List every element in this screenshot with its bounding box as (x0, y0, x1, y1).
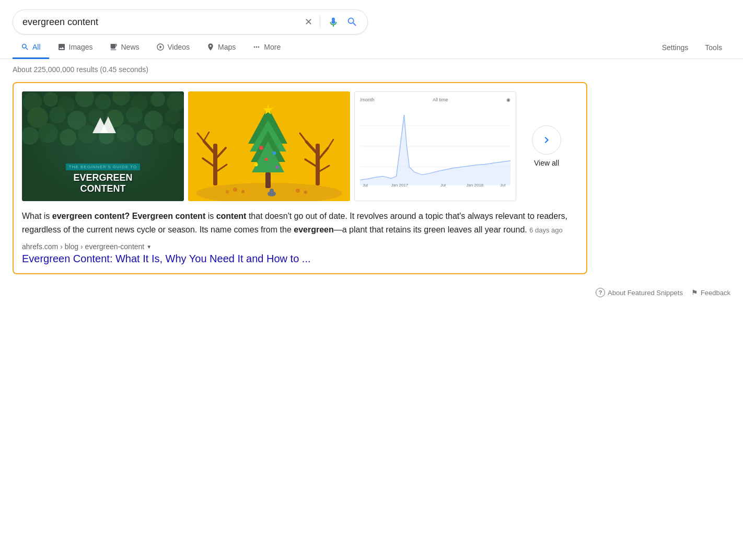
clear-icon[interactable]: ✕ (305, 16, 312, 28)
snippet-image-2[interactable] (188, 91, 350, 201)
page-footer: ? About Featured Snippets ⚑ Feedback (0, 283, 743, 302)
info-icon: ? (596, 288, 605, 297)
svg-text:Jan 2018: Jan 2018 (467, 183, 484, 188)
svg-text:Jul: Jul (500, 183, 505, 188)
tab-maps[interactable]: Maps (198, 37, 244, 59)
svg-point-48 (254, 163, 258, 167)
news-icon (109, 43, 118, 51)
divider (320, 16, 320, 28)
search-icons: ✕ (305, 16, 358, 28)
result-link[interactable]: Evergreen Content: What It Is, Why You N… (22, 253, 578, 265)
results-info: About 225,000,000 results (0.45 seconds) (0, 59, 743, 78)
snippet-image-3[interactable]: /month All time ◉ Jul Jan 2017 Jul Jan 2… (354, 91, 516, 201)
tab-videos[interactable]: Videos (148, 37, 199, 59)
trees-logo (82, 107, 124, 138)
mic-icon[interactable] (328, 16, 339, 28)
tab-videos-label: Videos (168, 43, 190, 51)
images-icon (57, 43, 66, 51)
nav-right: Settings Tools (654, 37, 730, 58)
more-dots-icon (252, 43, 261, 51)
tab-all-label: All (32, 43, 41, 51)
svg-point-21 (60, 129, 76, 146)
svg-point-60 (296, 189, 300, 193)
feedback-icon: ⚑ (691, 288, 698, 297)
maps-icon (206, 43, 215, 51)
svg-point-20 (38, 123, 58, 143)
trees-illustration (188, 91, 350, 201)
svg-rect-32 (213, 144, 217, 185)
svg-point-47 (265, 158, 268, 161)
trends-chart: Jul Jan 2017 Jul Jan 2018 Jul (360, 104, 510, 188)
all-search-icon (21, 43, 29, 51)
guide-label: THE BEGINNER'S GUIDE TO (66, 164, 140, 170)
svg-point-25 (136, 129, 153, 146)
svg-text:Jul: Jul (363, 183, 368, 188)
tab-news-label: News (121, 43, 139, 51)
view-all-arrow-button[interactable] (532, 125, 561, 155)
settings-button[interactable]: Settings (654, 37, 697, 58)
about-featured-snippets[interactable]: ? About Featured Snippets (596, 288, 683, 297)
snippet-breadcrumb: ahrefs.com › blog › evergreen-content ▼ (22, 242, 578, 251)
evergreen-title: EVERGREENCONTENT (22, 172, 184, 195)
svg-point-3 (43, 92, 58, 107)
image-overlay-text: THE BEGINNER'S GUIDE TO EVERGREENCONTENT (22, 161, 184, 195)
svg-point-18 (165, 109, 180, 124)
tools-button[interactable]: Tools (696, 37, 730, 58)
tab-maps-label: Maps (218, 43, 236, 51)
tab-news[interactable]: News (101, 37, 147, 59)
search-bar-area: evergreen content ✕ (0, 0, 743, 34)
search-box: evergreen content ✕ (13, 9, 368, 34)
svg-point-63 (270, 189, 274, 193)
svg-text:Jan 2017: Jan 2017 (391, 183, 409, 188)
arrow-right-icon (540, 134, 553, 146)
svg-point-49 (275, 166, 278, 169)
svg-point-16 (126, 107, 143, 123)
videos-icon (156, 43, 165, 51)
chart-labels: /month All time ◉ (360, 97, 510, 102)
svg-point-9 (150, 92, 165, 107)
snippet-text: What is evergreen content? Evergreen con… (22, 209, 578, 236)
svg-point-61 (304, 191, 307, 194)
svg-point-46 (273, 151, 276, 155)
nav-tabs: All Images News Videos Maps More Se (0, 37, 743, 59)
svg-rect-50 (316, 144, 320, 185)
search-input[interactable]: evergreen content (22, 17, 299, 28)
tab-images-label: Images (69, 43, 93, 51)
tab-more[interactable]: More (244, 37, 289, 59)
tab-more-label: More (264, 43, 281, 51)
featured-snippets-label: About Featured Snippets (608, 289, 683, 297)
svg-point-45 (259, 146, 263, 150)
breadcrumb-text: ahrefs.com › blog › evergreen-content (22, 242, 144, 251)
feedback-button[interactable]: ⚑ Feedback (691, 288, 730, 297)
tab-images[interactable]: Images (49, 37, 101, 59)
snippet-timestamp: 6 days ago (529, 226, 563, 234)
snippet-image-1[interactable]: THE BEGINNER'S GUIDE TO EVERGREENCONTENT (22, 91, 184, 201)
svg-point-12 (49, 107, 66, 123)
svg-point-0 (332, 18, 335, 21)
images-row: THE BEGINNER'S GUIDE TO EVERGREENCONTENT (22, 91, 578, 201)
svg-text:Jul: Jul (440, 183, 446, 188)
view-all-label[interactable]: View all (534, 159, 559, 167)
svg-point-59 (226, 190, 229, 194)
svg-point-58 (241, 190, 245, 193)
view-all-area: View all (520, 91, 573, 201)
svg-point-26 (155, 125, 173, 144)
svg-rect-39 (265, 172, 271, 188)
svg-point-57 (233, 188, 237, 192)
feedback-label: Feedback (701, 289, 730, 297)
tab-all[interactable]: All (13, 37, 49, 59)
search-submit-icon[interactable] (346, 16, 358, 28)
breadcrumb-dropdown[interactable]: ▼ (146, 244, 152, 250)
featured-snippet: THE BEGINNER'S GUIDE TO EVERGREENCONTENT (13, 82, 587, 274)
